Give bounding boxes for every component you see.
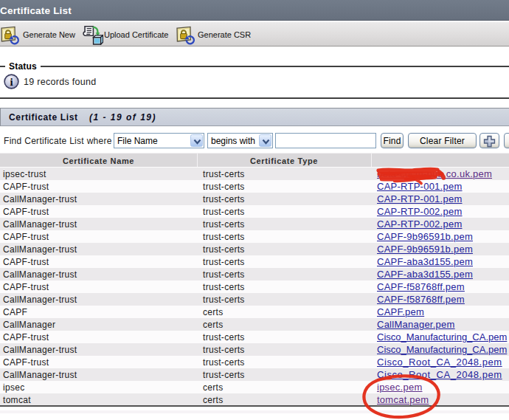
svg-text:i: i [10,76,13,88]
